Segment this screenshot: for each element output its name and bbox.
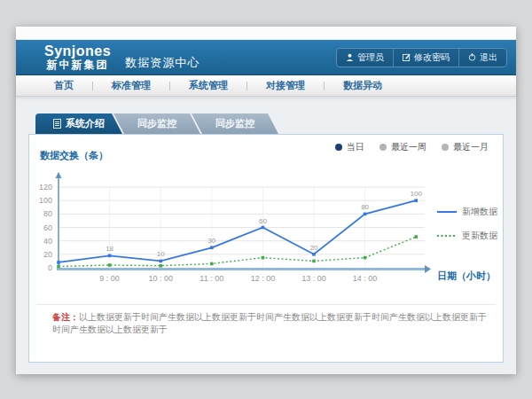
svg-text:9 : 00: 9 : 00 [99,274,120,283]
footnote: 备注：以上数据更新于时间产生数据以上数据更新于时间产生数据以上数据更新于时间产生… [52,311,492,336]
nav-item-0[interactable]: 首页 [35,79,92,92]
tab-1[interactable]: 同步监控 [113,113,200,134]
tab-label: 同步监控 [215,117,254,130]
svg-text:0: 0 [48,263,52,272]
change-password-button[interactable]: 修改密码 [393,49,458,66]
tab-bar: 系统介绍同步监控同步监控 [35,113,278,134]
panel-divider [36,304,496,305]
range-option-1[interactable]: 最近一周 [379,141,426,153]
chart-panel: 当日最近一周最近一月 数据交换（条） 日期（小时） 02040608010012… [28,134,504,363]
window-chrome [16,27,516,40]
brand-logo: Synjones 新中新集团 [44,44,111,70]
brand-logo-cn: 新中新集团 [44,59,111,71]
series-legend: 新增数据更新数据 [437,206,497,242]
radio-icon [335,144,342,151]
nav-item-2[interactable]: 系统管理 [170,79,246,92]
svg-text:10 : 00: 10 : 00 [148,274,173,283]
edit-icon [403,53,411,61]
logout-label: 退出 [480,51,497,64]
svg-text:100: 100 [39,196,52,205]
legend-item-0: 新增数据 [437,206,497,218]
radio-icon [379,144,387,151]
range-option-2[interactable]: 最近一月 [442,141,489,153]
time-range-options: 当日最近一周最近一月 [335,141,489,153]
nav-item-1[interactable]: 标准管理 [93,79,169,92]
legend-item-1: 更新数据 [437,230,497,242]
range-option-label: 当日 [347,141,364,153]
footnote-label: 备注： [52,312,79,322]
current-user-label: 管理员 [357,51,384,64]
tab-2[interactable]: 同步监控 [192,113,278,134]
main-nav: 首页标准管理系统管理对接管理数据异动 [16,75,516,97]
legend-line-swatch [437,233,457,239]
content-area: 系统介绍同步监控同步监控 当日最近一周最近一月 数据交换（条） 日期（小时） 0… [16,97,516,374]
svg-text:60: 60 [43,223,52,232]
svg-text:40: 40 [43,237,52,246]
svg-text:11 : 00: 11 : 00 [200,274,223,283]
tab-label: 同步监控 [137,117,176,130]
x-axis-title: 日期（小时） [437,270,496,283]
svg-text:20: 20 [43,250,52,259]
svg-text:10: 10 [157,250,165,258]
range-option-label: 最近一周 [391,141,426,153]
header-actions: 管理员 修改密码 退出 [336,48,507,67]
nav-item-3[interactable]: 对接管理 [247,79,324,92]
svg-text:80: 80 [43,209,52,218]
app-window: Synjones 新中新集团 数据资源中心 管理员 修改密码 退出 [16,27,516,374]
legend-label: 更新数据 [462,230,497,242]
user-icon [346,53,354,61]
range-option-label: 最近一月 [453,141,489,153]
svg-text:14 : 00: 14 : 00 [353,274,378,283]
svg-text:20: 20 [310,244,318,252]
svg-text:12 : 00: 12 : 00 [251,274,276,283]
svg-text:60: 60 [259,217,267,225]
nav-item-4[interactable]: 数据异动 [325,79,401,92]
power-icon [468,53,476,61]
svg-text:13 : 00: 13 : 00 [301,274,326,283]
svg-text:120: 120 [39,183,52,192]
svg-text:100: 100 [411,190,423,198]
legend-line-swatch [437,209,457,215]
tab-label: 系统介绍 [66,117,105,130]
y-axis-title: 数据交换（条） [40,149,108,162]
legend-label: 新增数据 [462,206,497,218]
footnote-text: 以上数据更新于时间产生数据以上数据更新于时间产生数据以上数据更新于时间产生数据以… [52,312,487,334]
range-option-0[interactable]: 当日 [335,141,364,153]
tab-0[interactable]: 系统介绍 [35,113,122,134]
svg-text:30: 30 [207,237,215,245]
change-password-label: 修改密码 [414,51,450,64]
brand-logo-en: Synjones [44,44,111,59]
radio-icon [442,144,449,151]
svg-text:18: 18 [106,245,113,253]
app-header: Synjones 新中新集团 数据资源中心 管理员 修改密码 退出 [16,40,516,75]
current-user-button[interactable]: 管理员 [337,49,393,66]
svg-text:80: 80 [361,203,369,211]
logout-button[interactable]: 退出 [458,49,506,66]
page-title: 数据资源中心 [125,55,200,71]
document-icon [53,119,61,129]
